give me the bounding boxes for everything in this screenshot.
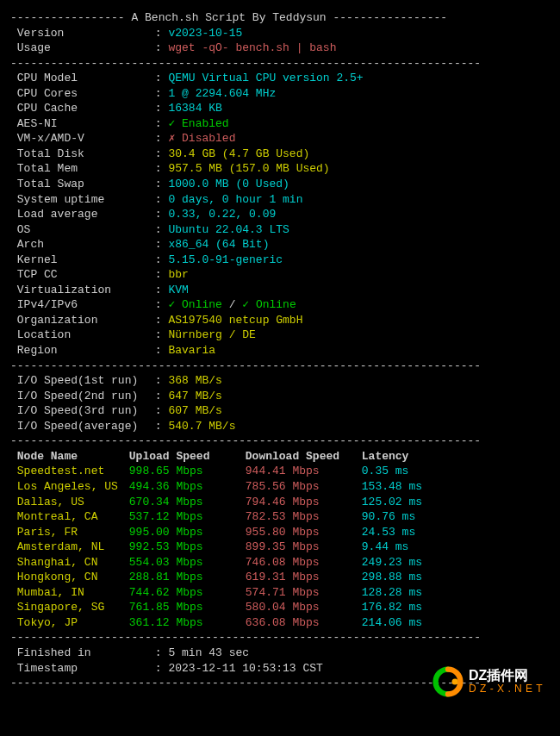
node-name: Singapore, SG xyxy=(17,600,129,615)
cpu-cache-label: CPU Cache xyxy=(17,101,155,116)
node-name: Montreal, CA xyxy=(17,509,129,525)
io3-row: I/O Speed(3rd run): 607 MB/s xyxy=(10,403,550,419)
loc-value: Nürnberg / DE xyxy=(168,328,255,341)
speedtest-row: Mumbai, IN744.62 Mbps574.71 Mbps128.28 m… xyxy=(10,585,550,601)
node-name: Shanghai, CN xyxy=(17,555,129,571)
timestamp-label: Timestamp xyxy=(17,661,155,677)
speedtest-row: Speedtest.net998.65 Mbps944.41 Mbps0.35 … xyxy=(10,464,550,479)
usage-label: Usage xyxy=(17,41,155,56)
dash-close: ----------------- xyxy=(327,11,447,24)
download-speed: 619.31 Mbps xyxy=(246,570,362,585)
download-speed: 899.35 Mbps xyxy=(246,540,362,555)
io1-row: I/O Speed(1st run): 368 MB/s xyxy=(10,373,550,389)
node-name: Dallas, US xyxy=(17,495,129,510)
mem-value: 957.5 MB (157.0 MB Used) xyxy=(168,162,329,175)
ipv6-value: ✓ Online xyxy=(242,298,296,311)
node-name: Los Angeles, US xyxy=(17,479,129,495)
kernel-label: Kernel xyxy=(17,253,155,268)
disk-row: Total Disk: 30.4 GB (4.7 GB Used) xyxy=(10,147,550,162)
upload-speed: 761.85 Mbps xyxy=(129,600,246,615)
io3-value: 607 MB/s xyxy=(168,404,221,417)
usage-value: wget -qO- bench.sh | bash xyxy=(168,41,336,54)
loc-row: Location: Nürnberg / DE xyxy=(10,327,550,343)
ipv-sep: / xyxy=(222,298,242,311)
ioavg-row: I/O Speed(average): 540.7 MB/s xyxy=(10,419,550,434)
virt-row: Virtualization: KVM xyxy=(10,283,550,298)
watermark-icon xyxy=(432,666,464,697)
latency: 90.76 ms xyxy=(362,509,415,525)
swap-value: 1000.0 MB (0 Used) xyxy=(168,178,289,190)
download-speed: 944.41 Mbps xyxy=(246,464,362,479)
node-name: Amsterdam, NL xyxy=(17,540,129,555)
upload-speed: 670.34 Mbps xyxy=(129,495,246,510)
speedtest-row: Amsterdam, NL992.53 Mbps899.35 Mbps9.44 … xyxy=(10,540,550,555)
uptime-row: System uptime: 0 days, 0 hour 1 min xyxy=(10,192,550,208)
speedtest-row: Los Angeles, US494.36 Mbps785.56 Mbps153… xyxy=(10,479,550,495)
aesni-value: ✓ Enabled xyxy=(168,117,228,130)
divider: ----------------------------------------… xyxy=(10,433,550,449)
aesni-label: AES-NI xyxy=(17,116,155,132)
upload-speed: 554.03 Mbps xyxy=(129,555,246,571)
node-name: Speedtest.net xyxy=(17,464,129,479)
upload-speed: 288.81 Mbps xyxy=(129,570,246,585)
cpu-cache-value: 16384 KB xyxy=(168,102,221,115)
latency: 298.88 ms xyxy=(362,570,422,585)
node-name: Mumbai, IN xyxy=(17,585,129,601)
node-name: Hongkong, CN xyxy=(17,570,129,585)
download-speed: 785.56 Mbps xyxy=(246,479,362,495)
mem-row: Total Mem: 957.5 MB (157.0 MB Used) xyxy=(10,161,550,177)
region-value: Bavaria xyxy=(168,344,215,357)
region-row: Region: Bavaria xyxy=(10,343,550,359)
watermark: DZ插件网 D Z - X . N E T xyxy=(432,666,543,697)
version-row: Version: v2023-10-15 xyxy=(10,26,550,41)
ipv-row: IPv4/IPv6: ✓ Online / ✓ Online xyxy=(10,297,550,313)
speedtest-row: Hongkong, CN288.81 Mbps619.31 Mbps298.88… xyxy=(10,570,550,585)
ioavg-value: 540.7 MB/s xyxy=(168,420,235,433)
io2-row: I/O Speed(2nd run): 647 MB/s xyxy=(10,389,550,404)
vmx-row: VM-x/AMD-V: ✗ Disabled xyxy=(10,131,550,147)
virt-label: Virtualization xyxy=(17,283,155,298)
head-download: Download Speed xyxy=(246,449,362,465)
download-speed: 955.80 Mbps xyxy=(246,525,362,540)
finished-row: Finished in: 5 min 43 sec xyxy=(10,646,550,661)
latency: 9.44 ms xyxy=(362,540,409,555)
finished-value: 5 min 43 sec xyxy=(168,646,249,659)
cpu-model-row: CPU Model: QEMU Virtual CPU version 2.5+ xyxy=(10,71,550,86)
download-speed: 794.46 Mbps xyxy=(246,495,362,510)
speedtest-header: Node NameUpload SpeedDownload SpeedLaten… xyxy=(10,449,550,465)
latency: 153.48 ms xyxy=(362,479,422,495)
upload-speed: 992.53 Mbps xyxy=(129,540,246,555)
download-speed: 580.04 Mbps xyxy=(246,600,362,615)
finished-label: Finished in xyxy=(17,646,155,661)
arch-row: Arch: x86_64 (64 Bit) xyxy=(10,237,550,253)
load-value: 0.33, 0.22, 0.09 xyxy=(168,208,276,221)
download-speed: 636.08 Mbps xyxy=(246,615,362,631)
download-speed: 746.08 Mbps xyxy=(246,555,362,571)
speedtest-row: Tokyo, JP361.12 Mbps636.08 Mbps214.06 ms xyxy=(10,615,550,631)
version-label: Version xyxy=(17,26,155,41)
speedtest-row: Dallas, US670.34 Mbps794.46 Mbps125.02 m… xyxy=(10,495,550,510)
load-label: Load average xyxy=(17,207,155,222)
tcpcc-row: TCP CC: bbr xyxy=(10,267,550,283)
latency: 176.82 ms xyxy=(362,600,422,615)
download-speed: 574.71 Mbps xyxy=(246,585,362,601)
uptime-value: 0 days, 0 hour 1 min xyxy=(168,193,302,206)
upload-speed: 998.65 Mbps xyxy=(129,464,246,479)
swap-row: Total Swap: 1000.0 MB (0 Used) xyxy=(10,177,550,192)
disk-value: 30.4 GB (4.7 GB Used) xyxy=(168,147,309,160)
mem-label: Total Mem xyxy=(17,161,155,177)
watermark-text: DZ插件网 D Z - X . N E T xyxy=(469,668,543,695)
cpu-model-label: CPU Model xyxy=(17,71,155,86)
arch-label: Arch xyxy=(17,237,155,253)
swap-label: Total Swap xyxy=(17,177,155,192)
cpu-model-value: QEMU Virtual CPU version 2.5+ xyxy=(168,72,363,84)
ipv4-value: ✓ Online xyxy=(168,298,221,311)
divider: ----------------------------------------… xyxy=(10,359,550,374)
cpu-cores-row: CPU Cores: 1 @ 2294.604 MHz xyxy=(10,86,550,102)
disk-label: Total Disk xyxy=(17,147,155,162)
speedtest-row: Shanghai, CN554.03 Mbps746.08 Mbps249.23… xyxy=(10,555,550,571)
aesni-row: AES-NI: ✓ Enabled xyxy=(10,116,550,132)
upload-speed: 744.62 Mbps xyxy=(129,585,246,601)
upload-speed: 995.00 Mbps xyxy=(129,525,246,540)
latency: 125.02 ms xyxy=(362,495,422,510)
